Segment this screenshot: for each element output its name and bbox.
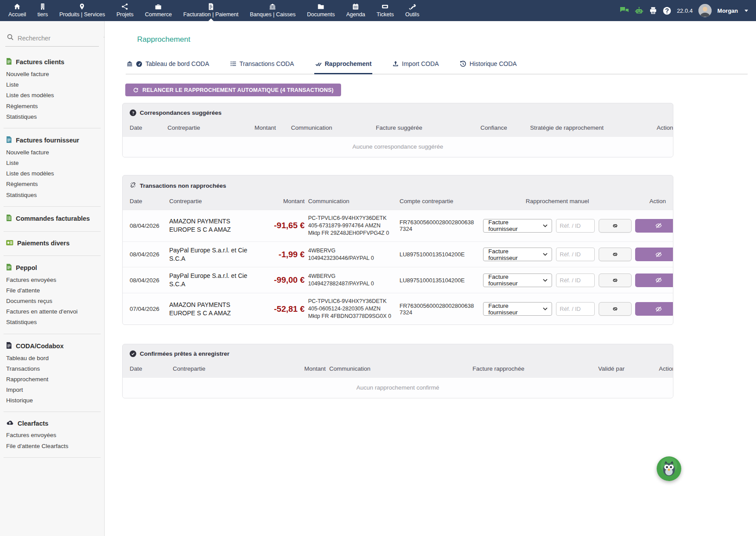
chat-icon[interactable] — [620, 7, 629, 15]
link-button[interactable] — [599, 302, 632, 316]
reference-id-input[interactable] — [556, 248, 595, 261]
sidebar-item[interactable]: Liste des modèles — [0, 90, 104, 101]
document-type-select[interactable]: Facture fournisseur — [483, 273, 552, 287]
sidebar-item[interactable]: Transactions — [0, 364, 104, 374]
sidebar-item[interactable]: Tableau de bord — [0, 353, 104, 364]
document-type-select[interactable]: Facture fournisseur — [483, 248, 552, 261]
panel-title: Correspondances suggérées — [123, 103, 673, 120]
table-body: 08/04/2026 AMAZON PAYMENTS EUROPE S C A … — [123, 210, 673, 325]
tab-transactions-coda[interactable]: Transactions CODA — [229, 56, 295, 74]
user-avatar[interactable] — [698, 4, 712, 17]
search-input[interactable] — [18, 35, 100, 42]
reference-id-input[interactable] — [556, 302, 595, 316]
table-header: Date Contrepartie Montant Communication … — [123, 120, 673, 136]
nav-item-facturation-paiement[interactable]: Facturation | Paiement — [178, 0, 244, 21]
sidebar-item[interactable]: Statistiques — [0, 190, 104, 201]
reference-id-input[interactable] — [556, 273, 595, 287]
user-menu-chevron-icon[interactable] — [745, 10, 748, 12]
invoice-icon — [208, 3, 214, 10]
document-green-icon — [6, 264, 12, 272]
ignore-transaction-button[interactable] — [635, 273, 673, 287]
sidebar-item[interactable]: Règlements — [0, 101, 104, 112]
sidebar-section-commandes-facturables: Commandes facturables — [0, 208, 104, 226]
nav-item-projets[interactable]: Projets — [111, 0, 139, 21]
communication: PC-TPVLIC6-9V4HX?Y36DETK 405-6731879-997… — [308, 215, 396, 237]
sidebar-item[interactable]: Liste — [0, 80, 104, 90]
sidebar-item[interactable]: Nouvelle facture — [0, 69, 104, 80]
user-name[interactable]: Morgan — [717, 7, 738, 14]
ignore-transaction-button[interactable] — [635, 248, 673, 261]
communication: PC-TPVLIC6-9V4HX?Y36DETK 405-0605124-282… — [308, 298, 396, 320]
tab-tableau-de-bord-coda[interactable]: Tableau de bord CODA — [126, 56, 210, 74]
sidebar-section-title[interactable]: Clearfacts — [0, 417, 104, 430]
sidebar-item[interactable]: Statistiques — [0, 112, 104, 122]
nav-item-agenda[interactable]: Agenda — [341, 0, 371, 21]
sidebar-item[interactable]: Rapprochement — [0, 374, 104, 385]
ignore-transaction-button[interactable] — [635, 302, 673, 316]
empty-state: Aucun rapprochement confirmé — [123, 377, 673, 398]
ignore-transaction-button[interactable] — [635, 219, 673, 233]
owl-icon — [657, 456, 681, 481]
sidebar-item[interactable]: Nouvelle facture — [0, 147, 104, 158]
sidebar-item[interactable]: Factures envoyées — [0, 430, 104, 441]
list-icon — [230, 61, 236, 67]
sidebar-item[interactable]: File d'attente — [0, 285, 104, 296]
print-icon[interactable] — [649, 7, 657, 15]
sidebar-item[interactable]: Liste des modèles — [0, 168, 104, 179]
sidebar-item[interactable]: Factures en attente d'envoi — [0, 306, 104, 317]
bank-icon — [269, 3, 276, 10]
transaction-row: 08/04/2026 PayPal Europe S.a.r.l. et Cie… — [123, 267, 673, 293]
sidebar-item[interactable]: Règlements — [0, 179, 104, 190]
nav-item-banques-caisses[interactable]: Banques | Caisses — [244, 0, 301, 21]
sidebar-section-title[interactable]: Peppol — [0, 261, 104, 275]
tab-historique-coda[interactable]: Historique CODA — [459, 56, 517, 74]
tab-import-coda[interactable]: Import CODA — [392, 56, 440, 74]
nav-item-produits-services[interactable]: Produits | Services — [54, 0, 111, 21]
help-icon[interactable] — [663, 7, 671, 15]
sidebar-item[interactable]: Documents reçus — [0, 296, 104, 306]
nav-item-outils[interactable]: Outils — [400, 0, 425, 21]
sidebar-section-title[interactable]: CODA/Codabox — [0, 339, 104, 353]
divider — [4, 128, 101, 128]
tab-rapprochement[interactable]: Rapprochement — [314, 56, 373, 74]
transaction-row: 07/04/2026 AMAZON PAYMENTS EUROPE S C A … — [123, 293, 673, 325]
row-action — [635, 273, 673, 287]
check-circle-icon — [130, 350, 136, 357]
sidebar-section-title[interactable]: Factures fournisseur — [0, 134, 104, 147]
robot-icon[interactable] — [635, 7, 643, 15]
nav-item-commerce[interactable]: Commerce — [139, 0, 178, 21]
link-button[interactable] — [599, 219, 632, 233]
table-body: Aucune correspondance suggérée — [123, 136, 673, 157]
counterparty: AMAZON PAYMENTS EUROPE S C A AMAZ — [169, 301, 259, 317]
sidebar-item[interactable]: Statistiques — [0, 317, 104, 328]
sidebar-item[interactable]: Factures envoyées — [0, 275, 104, 285]
assistant-owl-fab[interactable] — [657, 456, 681, 481]
document-type-select[interactable]: Facture fournisseur — [483, 302, 552, 316]
sidebar-item[interactable]: Historique — [0, 395, 104, 406]
cloud-upload-icon — [6, 420, 14, 427]
relaunch-auto-reconcile-button[interactable]: RELANCER LE RAPPROCHEMENT AUTOMATIQUE (4… — [125, 84, 341, 96]
reference-id-input[interactable] — [556, 219, 595, 233]
divider — [4, 231, 101, 232]
sidebar-section-title[interactable]: Paiements divers — [0, 237, 104, 250]
nav-item-tiers[interactable]: tiers — [32, 0, 54, 21]
sidebar-section-title[interactable]: Commandes facturables — [0, 212, 104, 226]
link-button[interactable] — [599, 248, 632, 261]
navbar-right-cluster: 22.0.4 Morgan — [620, 0, 756, 21]
sidebar-item[interactable]: File d'attente Clearfacts — [0, 441, 104, 452]
nav-item-documents[interactable]: Documents — [301, 0, 340, 21]
link-button[interactable] — [599, 273, 632, 287]
row-action — [635, 248, 673, 261]
nav-item-tickets[interactable]: Tickets — [371, 0, 400, 21]
building-icon — [39, 3, 46, 10]
home-icon — [14, 3, 21, 10]
panel-title: Confirmées prêtes à enregistrer — [123, 344, 673, 361]
amount: -52,81 € — [263, 304, 305, 314]
sitemap-icon — [121, 3, 128, 10]
counterparty: AMAZON PAYMENTS EUROPE S C A AMAZ — [169, 217, 259, 234]
nav-item-accueil[interactable]: Accueil — [3, 0, 32, 21]
sidebar-item[interactable]: Import — [0, 385, 104, 395]
sidebar-section-title[interactable]: Factures clients — [0, 55, 104, 69]
document-type-select[interactable]: Facture fournisseur — [483, 219, 552, 233]
sidebar-item[interactable]: Liste — [0, 158, 104, 168]
